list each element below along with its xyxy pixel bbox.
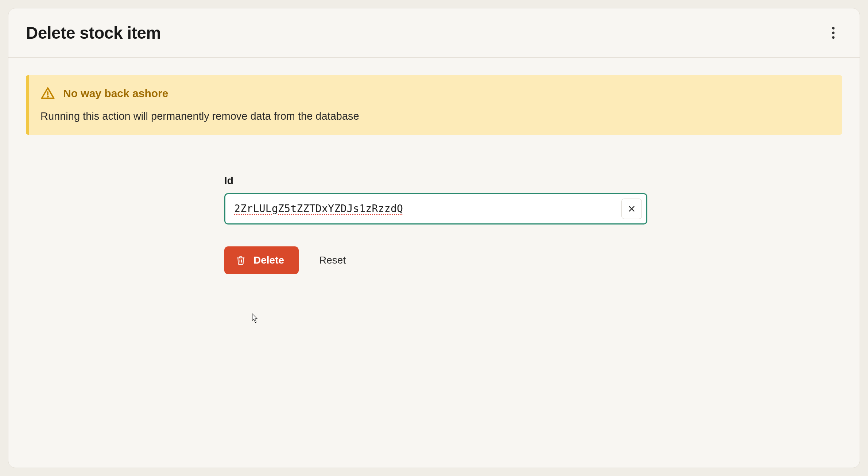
- alert-body: Running this action will permanently rem…: [40, 109, 828, 124]
- page-card: Delete stock item No way back ashore Run…: [8, 8, 860, 468]
- reset-button[interactable]: Reset: [316, 250, 349, 270]
- form-area: Id: [224, 175, 647, 274]
- warning-triangle-icon: [40, 86, 55, 101]
- delete-button-label: Delete: [253, 254, 284, 266]
- card-body: No way back ashore Running this action w…: [8, 58, 860, 292]
- id-input-wrap: [224, 193, 647, 224]
- card-header: Delete stock item: [8, 8, 860, 58]
- alert-title: No way back ashore: [63, 87, 168, 100]
- svg-point-4: [47, 96, 48, 97]
- delete-button[interactable]: Delete: [224, 246, 299, 274]
- more-vertical-icon: [832, 27, 835, 39]
- trash-icon: [236, 255, 245, 265]
- more-options-button[interactable]: [825, 24, 842, 42]
- close-icon: [628, 205, 636, 213]
- clear-input-button[interactable]: [621, 199, 642, 219]
- svg-point-1: [832, 32, 835, 34]
- id-input[interactable]: [234, 203, 621, 215]
- page-title: Delete stock item: [26, 23, 161, 43]
- id-field-label: Id: [224, 175, 647, 187]
- svg-point-0: [832, 27, 835, 30]
- reset-button-label: Reset: [319, 254, 346, 266]
- button-row: Delete Reset: [224, 246, 647, 274]
- warning-alert: No way back ashore Running this action w…: [26, 75, 842, 135]
- alert-header: No way back ashore: [40, 86, 828, 101]
- svg-point-2: [832, 36, 835, 39]
